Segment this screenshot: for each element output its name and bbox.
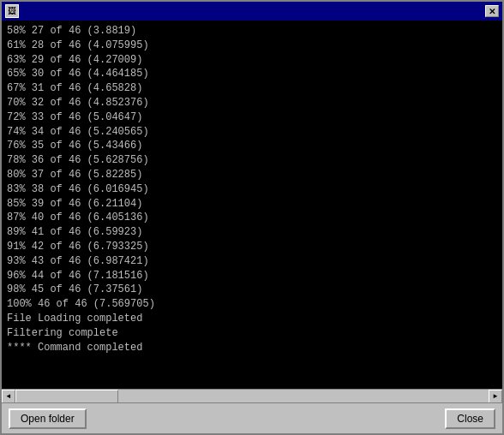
console-line: 74% 34 of 46 (5.240565) (7, 125, 497, 140)
scroll-left-button[interactable]: ◄ (2, 390, 15, 403)
console-area: 58% 27 of 46 (3.8819)61% 28 of 46 (4.075… (2, 21, 502, 402)
close-button[interactable]: ✕ (485, 5, 499, 17)
title-bar-left: 🖼 (5, 4, 22, 18)
close-dialog-button[interactable]: Close (445, 408, 495, 429)
console-line: File Loading completed (7, 312, 497, 326)
app-icon: 🖼 (5, 4, 19, 18)
console-line: 70% 32 of 46 (4.852376) (7, 96, 497, 110)
console-line: 58% 27 of 46 (3.8819) (7, 24, 497, 39)
console-line: 93% 43 of 46 (6.987421) (7, 254, 497, 269)
title-buttons: ✕ (485, 5, 499, 17)
console-line: 100% 46 of 46 (7.569705) (7, 297, 497, 312)
horizontal-scrollbar: ◄ ► (2, 389, 502, 402)
console-line: 63% 29 of 46 (4.27009) (7, 53, 497, 68)
bottom-bar: Open folder Close (2, 402, 502, 433)
console-line: 65% 30 of 46 (4.464185) (7, 67, 497, 81)
console-line: 80% 37 of 46 (5.82285) (7, 168, 497, 182)
console-line: 78% 36 of 46 (5.628756) (7, 153, 497, 168)
horizontal-track[interactable] (15, 390, 489, 403)
title-bar: 🖼 ✕ (2, 2, 502, 21)
console-line: 85% 39 of 46 (6.21104) (7, 197, 497, 212)
console-line: 98% 45 of 46 (7.37561) (7, 283, 497, 297)
console-line: Filtering complete (7, 326, 497, 341)
console-line: 67% 31 of 46 (4.65828) (7, 81, 497, 96)
console-line: 96% 44 of 46 (7.181516) (7, 269, 497, 283)
console-line: 89% 41 of 46 (6.59923) (7, 225, 497, 240)
console-line: 83% 38 of 46 (6.016945) (7, 182, 497, 197)
scroll-right-button[interactable]: ► (489, 390, 502, 403)
open-folder-button[interactable]: Open folder (9, 408, 87, 429)
console-line: 76% 35 of 46 (5.43466) (7, 139, 497, 153)
console-line: 87% 40 of 46 (6.405136) (7, 211, 497, 225)
main-window: 🖼 ✕ 58% 27 of 46 (3.8819)61% 28 of 46 (4… (0, 0, 504, 435)
console-line: 72% 33 of 46 (5.04647) (7, 110, 497, 125)
console-line: **** Command completed (7, 341, 497, 355)
console-output[interactable]: 58% 27 of 46 (3.8819)61% 28 of 46 (4.075… (2, 21, 502, 389)
console-line: 91% 42 of 46 (6.793325) (7, 240, 497, 254)
horizontal-thumb[interactable] (15, 390, 118, 403)
console-line: 61% 28 of 46 (4.075995) (7, 39, 497, 53)
